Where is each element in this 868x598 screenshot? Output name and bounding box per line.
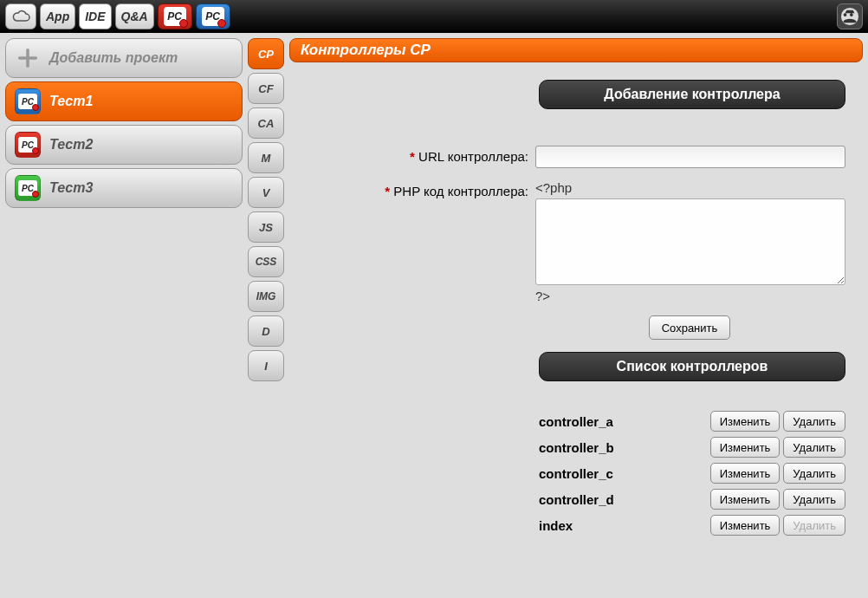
- edit-button[interactable]: Изменить: [710, 515, 781, 536]
- form-area: Добавление контроллера * URL контроллера…: [360, 80, 845, 575]
- save-button[interactable]: Сохранить: [649, 315, 731, 340]
- controller-name: controller_b: [539, 440, 614, 455]
- url-input[interactable]: [535, 146, 845, 168]
- controllers-list: controller_a Изменить Удалить controller…: [539, 411, 845, 536]
- pc-red-button[interactable]: PC: [158, 3, 192, 29]
- project-chip-icon: PC: [15, 175, 41, 201]
- required-marker: *: [385, 184, 390, 198]
- delete-button[interactable]: Удалить: [783, 489, 845, 510]
- add-project-button[interactable]: Добавить проект: [5, 38, 243, 78]
- controller-name: controller_c: [539, 466, 613, 481]
- tab-ca[interactable]: CA: [248, 107, 284, 139]
- project-item-1[interactable]: PC Тест1: [5, 81, 243, 121]
- field-row-url: * URL контроллера:: [360, 146, 845, 168]
- project-label: Тест1: [49, 94, 93, 109]
- qa-button[interactable]: Q&A: [115, 3, 154, 29]
- tab-i[interactable]: I: [248, 350, 284, 381]
- edit-button[interactable]: Изменить: [710, 437, 781, 458]
- code-label: * PHP код контроллера:: [360, 180, 528, 198]
- topbar: App IDE Q&A PC PC: [0, 0, 868, 33]
- cloud-button[interactable]: [5, 3, 36, 29]
- tab-cf[interactable]: CF: [248, 73, 284, 104]
- project-label: Тест2: [49, 137, 93, 153]
- tab-v[interactable]: V: [248, 177, 284, 208]
- tab-cp[interactable]: CP: [248, 38, 284, 69]
- tab-m[interactable]: M: [248, 142, 284, 173]
- app-button[interactable]: App: [40, 3, 75, 29]
- url-label: * URL контроллера:: [360, 146, 528, 164]
- edit-button[interactable]: Изменить: [710, 463, 781, 484]
- main-panel: Контроллеры CP Добавление контроллера * …: [289, 38, 863, 593]
- controller-row: controller_c Изменить Удалить: [539, 463, 845, 484]
- anonymous-icon: [840, 7, 859, 26]
- controller-row: controller_d Изменить Удалить: [539, 489, 845, 510]
- code-suffix: ?>: [535, 289, 845, 303]
- delete-button: Удалить: [783, 515, 845, 536]
- project-item-2[interactable]: PC Тест2: [5, 125, 243, 165]
- controller-row: index Изменить Удалить: [539, 515, 845, 536]
- layout: Добавить проект PC Тест1 PC Тест2 PC Тес…: [0, 33, 868, 598]
- code-prefix: <?php: [535, 180, 845, 195]
- controller-name: index: [539, 518, 573, 533]
- tab-img[interactable]: IMG: [248, 281, 284, 312]
- user-avatar[interactable]: [837, 3, 863, 29]
- pc-badge-icon: PC: [164, 7, 186, 26]
- controller-row: controller_a Изменить Удалить: [539, 411, 845, 432]
- main-body: Добавление контроллера * URL контроллера…: [289, 62, 863, 593]
- tab-strip: CP CF CA M V JS CSS IMG D I: [248, 38, 284, 593]
- project-label: Тест3: [49, 180, 93, 196]
- project-chip-icon: PC: [15, 132, 41, 158]
- add-controller-header: Добавление контроллера: [539, 80, 845, 109]
- pc-badge-icon: PC: [202, 7, 224, 26]
- tab-css[interactable]: CSS: [248, 246, 284, 277]
- list-controllers-header: Список контроллеров: [539, 352, 845, 381]
- add-project-label: Добавить проект: [49, 50, 178, 66]
- project-chip-icon: PC: [15, 88, 41, 114]
- tab-js[interactable]: JS: [248, 211, 284, 243]
- edit-button[interactable]: Изменить: [710, 489, 781, 510]
- controller-name: controller_d: [539, 492, 614, 507]
- required-marker: *: [410, 149, 415, 164]
- pc-blue-button[interactable]: PC: [196, 3, 230, 29]
- tab-d[interactable]: D: [248, 315, 284, 347]
- edit-button[interactable]: Изменить: [710, 411, 781, 432]
- plus-icon: [15, 45, 41, 71]
- projects-panel: Добавить проект PC Тест1 PC Тест2 PC Тес…: [5, 38, 243, 593]
- cloud-icon: [11, 10, 30, 23]
- delete-button[interactable]: Удалить: [783, 411, 845, 432]
- ide-button[interactable]: IDE: [79, 3, 111, 29]
- code-textarea[interactable]: [535, 198, 845, 285]
- delete-button[interactable]: Удалить: [783, 437, 845, 458]
- controller-name: controller_a: [539, 414, 613, 429]
- page-title: Контроллеры CP: [289, 38, 863, 62]
- delete-button[interactable]: Удалить: [783, 463, 845, 484]
- controller-row: controller_b Изменить Удалить: [539, 437, 845, 458]
- project-item-3[interactable]: PC Тест3: [5, 168, 243, 208]
- field-row-code: * PHP код контроллера: <?php ?>: [360, 180, 845, 303]
